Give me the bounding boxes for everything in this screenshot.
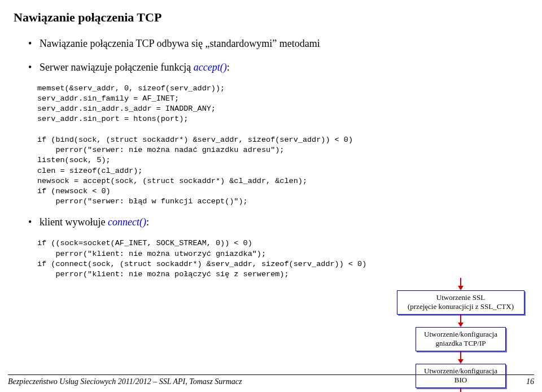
box-tcp-config-l2: gniazdka TCP/IP xyxy=(419,339,502,348)
box-ssl-create-l1: Utworzenie SSL xyxy=(401,293,521,302)
bullet-1-text: Nawiązanie połączenia TCP odbywa się „st… xyxy=(40,38,320,49)
bullet-list: Nawiązanie połączenia TCP odbywa się „st… xyxy=(14,36,523,76)
bullet-2-post: : xyxy=(227,62,230,73)
page-footer: Bezpieczeństwo Usług Sieciowych 2011/201… xyxy=(0,374,542,386)
bullet-3-pre: klient wywołuje xyxy=(40,216,108,228)
bullet-1: Nawiązanie połączenia TCP odbywa się „st… xyxy=(29,36,523,52)
footer-divider xyxy=(8,374,534,375)
bullet-2: Serwer nawiązuje połączenie funkcją acce… xyxy=(29,60,523,76)
code-block-client: if ((sock=socket(AF_INET, SOCK_STREAM, 0… xyxy=(37,238,523,280)
box-ssl-create: Utworzenie SSL (przejęcie konuracjicji z… xyxy=(397,290,524,315)
arrow-3 xyxy=(458,388,464,392)
bullet-3-post: : xyxy=(146,216,149,228)
box-ssl-create-l2: (przejęcie konuracjicji z SSL_CTX) xyxy=(401,302,521,311)
page-title: Nawiązanie połączenia TCP xyxy=(14,10,523,25)
footer-left: Bezpieczeństwo Usług Sieciowych 2011/201… xyxy=(8,377,242,386)
bullet-2-pre: Serwer nawiązuje połączenie funkcją xyxy=(40,62,194,73)
func-accept: accept() xyxy=(194,62,227,73)
code-block-server: memset(&serv_addr, 0, sizeof(serv_addr))… xyxy=(37,84,523,207)
bullet-list-2: klient wywołuje connect(): xyxy=(14,215,523,230)
bullet-3: klient wywołuje connect(): xyxy=(29,215,523,230)
arrow-1 xyxy=(458,315,464,327)
box-tcp-config: Utworzenie/konfiguracja gniazdka TCP/IP xyxy=(416,327,506,351)
arrow-2 xyxy=(458,351,464,364)
func-connect: connect() xyxy=(108,216,146,228)
arrow-0 xyxy=(458,278,464,290)
box-tcp-config-l1: Utworzenie/konfiguracja xyxy=(419,330,502,339)
footer-page-number: 16 xyxy=(526,377,534,386)
